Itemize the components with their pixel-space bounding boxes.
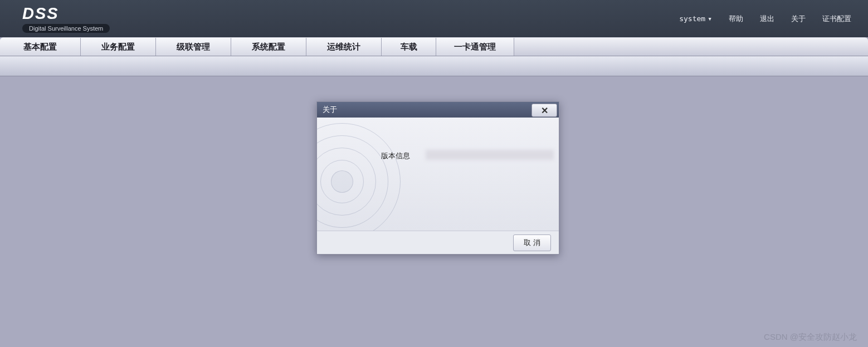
tab-basic-config[interactable]: 基本配置 [0,38,81,56]
cancel-button[interactable]: 取 消 [513,234,551,251]
tab-card-manage[interactable]: 一卡通管理 [436,38,514,56]
close-icon: ✕ [541,105,548,116]
dialog-title: 关于 [323,105,337,115]
logout-link[interactable]: 退出 [760,14,774,24]
dialog-header[interactable]: 关于 ✕ [317,102,559,118]
dialog-close-button[interactable]: ✕ [531,104,557,117]
logo-subtitle: Digital Surveillance System [22,24,110,33]
sub-toolbar [0,56,868,76]
user-menu[interactable]: system ▾ [679,14,712,23]
dialog-footer: 取 消 [317,231,559,254]
tab-om-stats[interactable]: 运维统计 [306,38,382,56]
tab-system-config[interactable]: 系统配置 [231,38,306,56]
tab-vehicle[interactable]: 车载 [382,38,436,56]
lens-decoration-icon [317,123,401,231]
version-label: 版本信息 [381,151,410,161]
tab-business-config[interactable]: 业务配置 [81,38,156,56]
help-link[interactable]: 帮助 [729,14,743,24]
logo-area: DSS Digital Surveillance System [22,4,110,33]
tab-cascade-manage[interactable]: 级联管理 [156,38,231,56]
user-name: system [679,14,705,23]
cert-config-link[interactable]: 证书配置 [822,14,851,24]
top-links: system ▾ 帮助 退出 关于 证书配置 [679,14,851,24]
csdn-watermark: CSDN @安全攻防赵小龙 [764,332,857,343]
caret-down-icon: ▾ [708,14,712,23]
about-link[interactable]: 关于 [791,14,806,24]
version-value-redacted [426,150,554,160]
app-header: DSS Digital Surveillance System system ▾… [0,0,868,37]
main-tabs: 基本配置 业务配置 级联管理 系统配置 运维统计 车载 一卡通管理 [0,37,868,56]
logo-title: DSS [22,4,110,23]
dialog-body: 版本信息 [317,118,559,231]
about-dialog: 关于 ✕ 版本信息 取 消 [316,101,559,255]
